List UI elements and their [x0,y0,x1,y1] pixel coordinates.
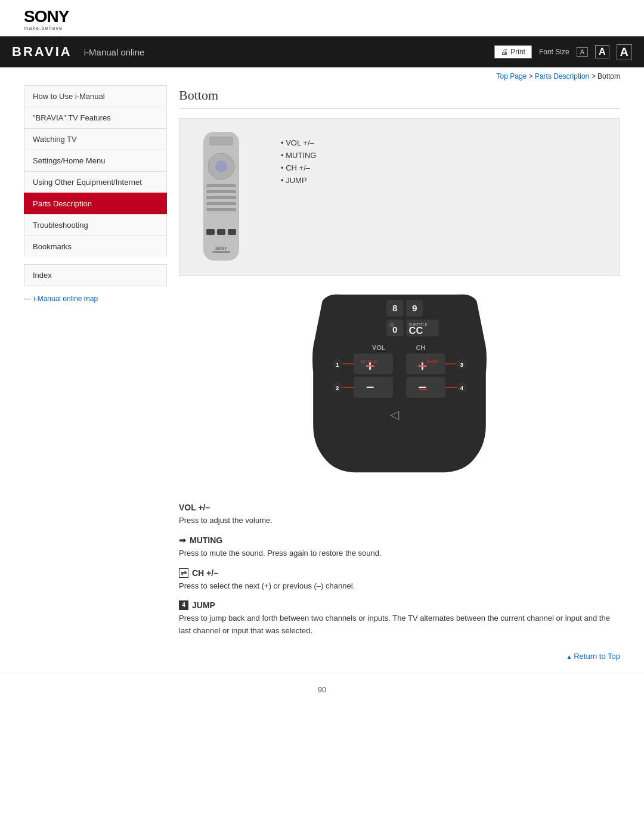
bullet-ch: CH +/– [281,162,316,174]
svg-text:CH: CH [416,344,425,351]
diagram-section: 8 9 SUBTITLE CC 0 VOL CH MUTING + [179,288,620,491]
svg-rect-6 [206,196,236,199]
sony-logo: SONY make.believe [24,7,620,31]
print-button[interactable]: 🖨 Print [494,45,532,58]
sidebar-item-using-other[interactable]: Using Other Equipment/Internet [24,171,167,193]
svg-text:JUMP: JUMP [426,359,438,364]
desc-vol: VOL +/– Press to adjust the volume. [179,503,620,527]
svg-rect-10 [217,229,225,235]
svg-text:VOL: VOL [372,344,386,351]
desc-ch: ⇌ CH +/– Press to select the next (+) or… [179,568,620,593]
svg-text:–: – [366,378,374,394]
svg-rect-5 [206,190,236,193]
return-to-top-link[interactable]: Return to Top [566,652,621,661]
bravia-logo: BRAVIA [12,44,72,60]
font-medium-button[interactable]: A [595,45,609,58]
svg-rect-51 [419,389,427,390]
print-icon: 🖨 [501,48,508,56]
svg-text:8: 8 [392,303,398,313]
sidebar-item-how-to-use[interactable]: How to Use i-Manual [24,85,167,107]
svg-rect-11 [228,229,236,235]
jump-num-icon: 4 [179,600,188,610]
bullet-jump: JUMP [281,174,316,187]
svg-text:1: 1 [336,361,339,368]
sidebar-item-parts-description[interactable]: Parts Description [24,193,167,214]
breadcrumb-top[interactable]: Top Page [497,72,527,80]
breadcrumb-parts[interactable]: Parts Description [535,72,589,80]
desc-jump-body: Press to jump back and forth between two… [179,612,620,637]
remote-svg: SONY [191,131,251,262]
svg-text:4: 4 [460,385,463,391]
svg-text:3: 3 [460,361,463,368]
svg-text:SONY: SONY [215,246,227,250]
remote-illustration: SONY [191,131,263,264]
svg-point-2 [215,160,227,172]
desc-vol-body: Press to adjust the volume. [179,515,620,527]
breadcrumb: Top Page > Parts Description > Bottom [0,67,644,85]
footer: 90 [0,673,644,706]
ch-icon: ⇌ [179,568,188,578]
desc-jump: 4 JUMP Press to jump back and forth betw… [179,600,620,637]
svg-rect-49 [367,365,374,366]
bullet-muting: MUTING [281,149,316,162]
page-title: Bottom [179,88,620,109]
sidebar: How to Use i-Manual "BRAVIA" TV Features… [24,85,167,646]
sidebar-item-settings-home[interactable]: Settings/Home Menu [24,150,167,171]
desc-muting-title: ➡ MUTING [179,535,620,545]
svg-text:CC: CC [409,325,423,336]
feature-bullet-list: VOL +/– MUTING CH +/– JUMP [281,137,316,187]
sidebar-item-troubleshooting[interactable]: Troubleshooting [24,214,167,236]
svg-rect-50 [419,365,427,366]
bottom-diagram-svg: 8 9 SUBTITLE CC 0 VOL CH MUTING + [274,288,525,491]
desc-muting-body: Press to mute the sound. Press again to … [179,547,620,560]
nav-title: i-Manual online [84,47,145,57]
muting-arrow-icon: ➡ [179,535,186,545]
svg-text:9: 9 [412,303,417,313]
svg-text:◁: ◁ [390,408,400,421]
svg-text:–: – [419,378,426,394]
return-to-top[interactable]: Return to Top [0,646,644,661]
sidebar-item-watching-tv[interactable]: Watching TV [24,128,167,150]
main-layout: How to Use i-Manual "BRAVIA" TV Features… [0,85,644,646]
font-small-button[interactable]: A [577,47,588,57]
desc-ch-body: Press to select the next (+) or previous… [179,580,620,593]
svg-rect-9 [206,229,215,235]
desc-vol-title: VOL +/– [179,503,620,512]
page-number: 90 [318,685,326,694]
svg-text:0: 0 [392,324,398,335]
svg-rect-8 [206,208,236,211]
font-size-label: Font Size [539,48,569,56]
header: SONY make.believe [0,0,644,36]
nav-bar: BRAVIA i-Manual online 🖨 Print Font Size… [0,36,644,67]
content-area: Bottom [179,85,620,646]
svg-rect-13 [212,251,230,253]
sidebar-map-link[interactable]: i-Manual online map [24,295,167,303]
remote-overview: SONY VOL +/– MUTING CH +/– JUMP [179,118,620,276]
desc-muting: ➡ MUTING Press to mute the sound. Press … [179,535,620,560]
sidebar-item-bravia-features[interactable]: "BRAVIA" TV Features [24,107,167,128]
desc-jump-title: 4 JUMP [179,600,620,610]
svg-rect-3 [209,137,233,145]
desc-ch-title: ⇌ CH +/– [179,568,620,578]
sidebar-item-bookmarks[interactable]: Bookmarks [24,236,167,257]
svg-rect-7 [206,202,236,205]
breadcrumb-current: Bottom [597,72,620,80]
svg-text:2: 2 [336,385,339,391]
font-large-button[interactable]: A [617,44,632,60]
sidebar-item-index[interactable]: Index [24,264,167,286]
bullet-vol: VOL +/– [281,137,316,149]
svg-rect-4 [206,184,236,187]
